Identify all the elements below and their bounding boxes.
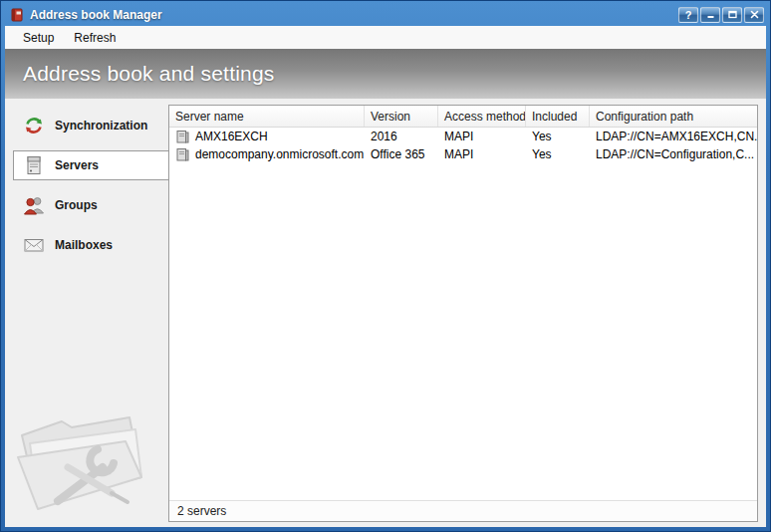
titlebar[interactable]: Address book Manager ? — [5, 1, 766, 26]
server-icon — [175, 147, 190, 162]
app-icon — [9, 7, 25, 23]
table-row[interactable]: AMX16EXCH 2016 MAPI Yes LDAP://CN=AMX16E… — [169, 128, 757, 145]
mailboxes-icon — [22, 233, 46, 257]
sidebar-item-groups[interactable]: Groups — [13, 190, 168, 220]
cell-configuration-path: LDAP://CN=Configuration,C... — [590, 145, 757, 163]
window-title: Address book Manager — [30, 8, 673, 22]
column-header-configuration-path[interactable]: Configuration path — [590, 106, 757, 127]
column-header-version[interactable]: Version — [365, 106, 438, 127]
page-title: Address book and settings — [23, 62, 275, 86]
groups-icon — [22, 193, 46, 217]
sidebar-item-synchronization[interactable]: Synchronization — [13, 111, 168, 140]
tools-watermark-graphic — [9, 388, 160, 525]
menu-setup[interactable]: Setup — [13, 28, 64, 48]
table-row[interactable]: democompany.onmicrosoft.com Office 365 M… — [169, 145, 757, 163]
statusbar: 2 servers — [169, 500, 757, 521]
sidebar: Synchronization Servers — [5, 99, 168, 527]
cell-version: Office 365 — [365, 145, 438, 163]
content-area: Synchronization Servers — [5, 99, 766, 527]
table-header: Server name Version Access method Includ… — [169, 106, 757, 128]
sync-icon — [22, 114, 46, 137]
close-icon — [750, 10, 759, 19]
column-header-included[interactable]: Included — [526, 106, 590, 127]
close-button[interactable] — [744, 7, 764, 23]
servers-panel: Server name Version Access method Includ… — [168, 105, 758, 522]
minimize-button[interactable] — [700, 7, 720, 23]
app-body: Setup Refresh Address book and settings — [5, 26, 766, 527]
servers-table: Server name Version Access method Includ… — [169, 106, 757, 500]
cell-included: Yes — [526, 128, 590, 145]
sidebar-item-label: Mailboxes — [55, 238, 113, 252]
menu-refresh[interactable]: Refresh — [64, 28, 126, 48]
minimize-icon — [706, 10, 715, 19]
server-count-label: 2 servers — [177, 504, 226, 518]
maximize-button[interactable] — [722, 7, 742, 23]
cell-access-method: MAPI — [438, 128, 526, 145]
sidebar-item-label: Groups — [55, 198, 98, 212]
column-header-server-name[interactable]: Server name — [169, 106, 365, 127]
server-name-text: AMX16EXCH — [195, 130, 268, 143]
server-icon — [175, 130, 190, 144]
cell-included: Yes — [526, 145, 590, 163]
server-name-text: democompany.onmicrosoft.com — [195, 147, 364, 161]
maximize-icon — [728, 10, 737, 19]
cell-server-name: democompany.onmicrosoft.com — [169, 145, 365, 163]
sidebar-item-label: Servers — [55, 158, 99, 172]
servers-icon — [22, 153, 46, 177]
help-button[interactable]: ? — [678, 7, 698, 23]
sidebar-item-servers[interactable]: Servers — [13, 150, 169, 180]
window-controls: ? — [678, 7, 764, 23]
cell-version: 2016 — [365, 128, 438, 145]
sidebar-item-mailboxes[interactable]: Mailboxes — [13, 230, 168, 260]
header-banner: Address book and settings — [5, 49, 766, 99]
cell-configuration-path: LDAP://CN=AMX16EXCH,CN... — [590, 128, 757, 145]
column-header-access-method[interactable]: Access method — [438, 106, 526, 127]
help-icon: ? — [685, 9, 692, 21]
menubar: Setup Refresh — [5, 26, 766, 49]
cell-access-method: MAPI — [438, 145, 526, 163]
app-window: Address book Manager ? Setup Refresh Add… — [0, 0, 771, 532]
sidebar-item-label: Synchronization — [55, 119, 147, 133]
cell-server-name: AMX16EXCH — [169, 128, 365, 145]
